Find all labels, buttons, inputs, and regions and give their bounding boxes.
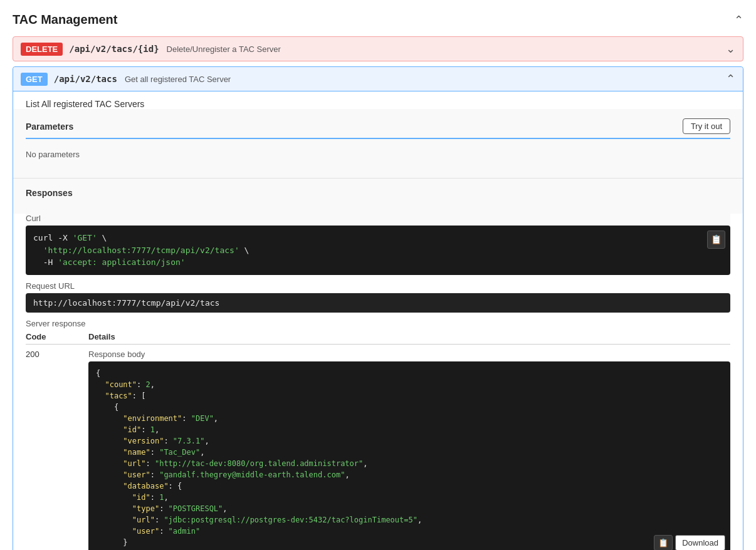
- json-line: "url": "http://tac-dev:8080/org.talend.a…: [96, 459, 368, 468]
- request-url-section: Request URL http://localhost:7777/tcmp/a…: [26, 281, 730, 313]
- get-description: Get all registered TAC Server: [125, 75, 726, 84]
- try-it-out-button[interactable]: Try it out: [683, 118, 730, 134]
- request-url-label: Request URL: [26, 281, 730, 291]
- json-line: "id": 1,: [96, 493, 169, 502]
- json-line: "count": 2,: [96, 380, 155, 389]
- json-line: "url": "jdbc:postgresql://postgres-dev:5…: [96, 516, 422, 524]
- json-line: {: [96, 403, 118, 412]
- json-line: "id": 1,: [96, 425, 159, 434]
- details-column-header: Details: [88, 332, 115, 341]
- code-details-header: Code Details: [26, 332, 730, 345]
- response-code-200: 200: [26, 350, 88, 359]
- get-badge: GET: [21, 73, 48, 86]
- json-line: "type": "POSTGRESQL",: [96, 504, 228, 513]
- copy-response-button[interactable]: 📋: [654, 535, 673, 551]
- get-endpoint-row[interactable]: GET /api/v2/tacs Get all registered TAC …: [13, 67, 743, 91]
- json-line: "name": "Tac_Dev",: [96, 448, 204, 457]
- curl-line1: curl -X 'GET' \: [33, 233, 107, 242]
- curl-section: Curl curl -X 'GET' \ 'http://localhost:7…: [26, 214, 730, 275]
- response-body-section: Response body { "count": 2, "tacs": [ { …: [88, 350, 730, 551]
- get-endpoint-section: GET /api/v2/tacs Get all registered TAC …: [13, 66, 743, 550]
- parameters-title: Parameters: [26, 122, 73, 132]
- delete-badge: DELETE: [21, 43, 63, 56]
- get-expanded-content: List All registered TAC Servers Paramete…: [13, 91, 743, 550]
- json-line: "database": {: [96, 482, 182, 490]
- list-label-container: List All registered TAC Servers: [13, 91, 743, 109]
- json-line: }: [96, 538, 128, 547]
- get-path: /api/v2/tacs: [54, 74, 117, 84]
- curl-code-block: curl -X 'GET' \ 'http://localhost:7777/t…: [26, 226, 730, 275]
- page-container: TAC Management ⌃ DELETE /api/v2/tacs/{id…: [0, 0, 756, 550]
- list-all-label: List All registered TAC Servers: [26, 99, 144, 109]
- json-line: {: [96, 369, 100, 378]
- delete-chevron-icon: ⌄: [726, 42, 735, 56]
- delete-path: /api/v2/tacs/{id}: [69, 44, 159, 54]
- collapse-icon[interactable]: ⌃: [734, 13, 743, 27]
- curl-copy-icon[interactable]: 📋: [707, 231, 725, 249]
- curl-line3: -H 'accept: application/json': [33, 257, 186, 267]
- get-chevron-icon: ⌃: [726, 72, 735, 86]
- json-line: "user": "gandalf.thegrey@middle-earth.ta…: [96, 470, 350, 479]
- curl-label: Curl: [26, 214, 730, 223]
- curl-line2: 'http://localhost:7777/tcmp/api/v2/tacs'…: [33, 246, 249, 255]
- page-header: TAC Management ⌃: [13, 6, 743, 36]
- json-line: "user": "admin": [96, 527, 200, 536]
- response-actions: 📋 Download: [654, 535, 725, 551]
- json-line: "environment": "DEV",: [96, 414, 218, 423]
- server-response-label: Server response: [26, 319, 730, 328]
- code-column-header: Code: [26, 332, 88, 341]
- download-button[interactable]: Download: [675, 535, 725, 551]
- responses-title: Responses: [26, 188, 730, 198]
- request-url-value: http://localhost:7777/tcmp/api/v2/tacs: [26, 293, 730, 313]
- response-body-label: Response body: [88, 350, 730, 359]
- json-line: "version": "7.3.1",: [96, 437, 209, 445]
- parameters-header: Parameters Try it out: [26, 118, 730, 139]
- server-response-section: Server response Code Details 200 Respons…: [26, 319, 730, 551]
- response-body-code[interactable]: { "count": 2, "tacs": [ { "environment":…: [88, 361, 730, 551]
- page-title: TAC Management: [13, 13, 117, 27]
- responses-section: Responses: [13, 178, 743, 214]
- parameters-section: Parameters Try it out No parameters: [13, 109, 743, 178]
- delete-endpoint-row[interactable]: DELETE /api/v2/tacs/{id} Delete/Unregist…: [13, 36, 743, 61]
- no-parameters-label: No parameters: [26, 147, 730, 172]
- delete-description: Delete/Unregister a TAC Server: [167, 44, 726, 54]
- response-200-row: 200 Response body { "count": 2, "tacs": …: [26, 345, 730, 551]
- json-line: "tacs": [: [96, 392, 146, 400]
